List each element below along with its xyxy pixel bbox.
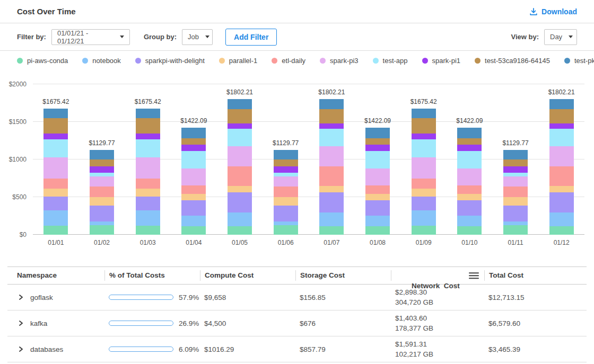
bar-segment-spark-pi3[interactable] [549,146,574,166]
bar-segment-spark-pi3[interactable] [181,168,206,185]
bar-segment-test-53ca9186-64145[interactable] [503,159,528,166]
column-menu-icon[interactable] [469,271,479,280]
bar-segment-sparkpi-with-delight[interactable] [228,192,252,212]
bar-segment-parallel-1[interactable] [228,186,252,192]
bar-segment-spark-pi3[interactable] [90,176,114,187]
bar-segment-spark-pi3[interactable] [319,146,344,166]
bar-segment-pi-aws-conda[interactable] [365,226,390,235]
bar-segment-spark-pi1[interactable] [457,145,482,151]
bar-segment-sparkpi-with-delight[interactable] [549,192,574,212]
bar-segment-spark-pi1[interactable] [136,134,160,139]
bar-segment-spark-pi1[interactable] [549,123,574,129]
bar-segment-spark-pi3[interactable] [503,176,528,187]
bar-segment-test-53ca9186-64145[interactable] [136,118,160,134]
bar-segment-test-pkix[interactable] [274,150,298,159]
bar-segment-etl-daily[interactable] [136,179,160,189]
bar-stack-01-12[interactable] [549,99,574,235]
bar-segment-test-pkix[interactable] [319,99,344,109]
bar-segment-test-53ca9186-64145[interactable] [181,138,206,145]
bar-segment-parallel-1[interactable] [365,194,390,200]
legend-item-test-app[interactable]: test-app [373,57,408,65]
bar-segment-spark-pi3[interactable] [136,157,160,179]
bar-segment-notebook[interactable] [365,216,390,226]
bar-segment-spark-pi3[interactable] [43,157,68,179]
bar-segment-spark-pi3[interactable] [228,146,252,166]
bar-segment-test-53ca9186-64145[interactable] [319,109,344,123]
bar-segment-test-app[interactable] [319,129,344,146]
bar-segment-sparkpi-with-delight[interactable] [412,197,436,210]
legend-item-parallel-1[interactable]: parallel-1 [219,57,257,65]
bar-segment-spark-pi3[interactable] [457,168,482,185]
bar-segment-pi-aws-conda[interactable] [228,226,252,235]
bar-segment-test-53ca9186-64145[interactable] [228,109,252,123]
bar-segment-parallel-1[interactable] [90,197,114,206]
bar-segment-test-pkix[interactable] [136,109,160,118]
bar-segment-pi-aws-conda[interactable] [549,226,574,235]
bar-segment-test-pkix[interactable] [412,109,436,118]
bar-segment-test-53ca9186-64145[interactable] [457,138,482,145]
legend-item-etl-daily[interactable]: etl-daily [272,57,305,65]
bar-stack-01-04[interactable] [181,128,206,235]
bar-segment-pi-aws-conda[interactable] [181,226,206,235]
bar-segment-parallel-1[interactable] [549,186,574,192]
bar-segment-notebook[interactable] [228,212,252,227]
bar-segment-test-pkix[interactable] [503,150,528,159]
bar-segment-parallel-1[interactable] [503,197,528,206]
bar-segment-etl-daily[interactable] [181,185,206,193]
legend-item-test-53ca9186-64145[interactable]: test-53ca9186-64145 [475,57,550,65]
bar-stack-01-03[interactable] [136,109,160,235]
bar-segment-test-app[interactable] [365,151,390,169]
bar-segment-sparkpi-with-delight[interactable] [503,206,528,221]
bar-segment-pi-aws-conda[interactable] [43,226,68,235]
bar-segment-spark-pi3[interactable] [365,168,390,185]
legend-item-pi-aws-conda[interactable]: pi-aws-conda [17,57,68,65]
bar-segment-etl-daily[interactable] [274,187,298,197]
bar-segment-sparkpi-with-delight[interactable] [319,192,344,212]
bar-segment-test-pkix[interactable] [90,150,114,159]
bar-segment-test-app[interactable] [457,151,482,169]
bar-segment-sparkpi-with-delight[interactable] [457,200,482,215]
bar-segment-notebook[interactable] [457,216,482,226]
bar-segment-sparkpi-with-delight[interactable] [136,197,160,210]
bar-segment-pi-aws-conda[interactable] [90,225,114,235]
bar-segment-spark-pi1[interactable] [228,123,252,129]
bar-stack-01-02[interactable] [90,150,114,235]
legend-item-spark-pi1[interactable]: spark-pi1 [422,57,460,65]
bar-segment-parallel-1[interactable] [457,194,482,200]
add-filter-button[interactable]: Add Filter [225,29,277,46]
bar-segment-etl-daily[interactable] [503,187,528,197]
date-range-select[interactable]: 01/01/21 - 01/12/21 [51,29,130,45]
bar-stack-01-07[interactable] [319,99,344,235]
bar-segment-parallel-1[interactable] [43,189,68,197]
bar-segment-etl-daily[interactable] [228,166,252,186]
bar-segment-pi-aws-conda[interactable] [412,226,436,235]
bar-segment-spark-pi1[interactable] [319,123,344,129]
bar-segment-test-53ca9186-64145[interactable] [274,159,298,166]
bar-segment-test-53ca9186-64145[interactable] [43,118,68,134]
legend-item-spark-pi3[interactable]: spark-pi3 [320,57,358,65]
bar-segment-test-53ca9186-64145[interactable] [549,109,574,123]
bar-segment-etl-daily[interactable] [549,166,574,186]
bar-stack-01-10[interactable] [457,128,482,235]
bar-segment-spark-pi1[interactable] [90,166,114,173]
expand-row-button[interactable] [17,345,24,353]
bar-segment-test-pkix[interactable] [43,109,68,118]
legend-item-test-pkix[interactable]: test-pkix [564,57,594,65]
bar-segment-notebook[interactable] [412,210,436,226]
bar-segment-parallel-1[interactable] [274,197,298,206]
bar-segment-spark-pi1[interactable] [181,145,206,151]
bar-segment-sparkpi-with-delight[interactable] [181,200,206,215]
bar-segment-notebook[interactable] [549,212,574,227]
bar-segment-spark-pi1[interactable] [365,145,390,151]
bar-segment-test-53ca9186-64145[interactable] [90,159,114,166]
bar-segment-parallel-1[interactable] [412,189,436,197]
bar-segment-sparkpi-with-delight[interactable] [365,200,390,215]
bar-segment-test-53ca9186-64145[interactable] [412,118,436,134]
bar-segment-test-app[interactable] [549,129,574,146]
bar-segment-sparkpi-with-delight[interactable] [90,206,114,221]
bar-segment-spark-pi3[interactable] [274,176,298,187]
bar-segment-test-app[interactable] [136,139,160,157]
bar-segment-notebook[interactable] [319,212,344,227]
bar-segment-notebook[interactable] [181,216,206,226]
bar-segment-etl-daily[interactable] [365,185,390,193]
